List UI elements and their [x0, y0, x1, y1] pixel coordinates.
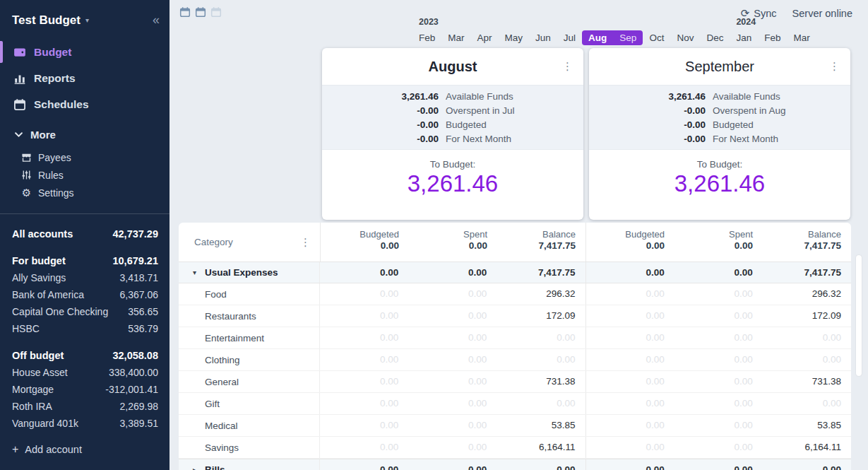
month-tab[interactable]: Nov: [670, 30, 700, 45]
category-name-cell[interactable]: Medical: [179, 415, 320, 436]
account-row[interactable]: Roth IRA 2,269.98: [0, 398, 170, 415]
category-name-cell[interactable]: Gift: [179, 393, 320, 414]
account-row[interactable]: HSBC 536.79: [0, 320, 170, 337]
month-count-button[interactable]: [195, 6, 206, 18]
sidebar-item-payees[interactable]: Payees: [0, 148, 170, 166]
expand-arrow-icon[interactable]: ▾: [193, 269, 196, 276]
budgeted-cell[interactable]: 0.00: [585, 327, 674, 348]
month-tab[interactable]: Mar: [787, 30, 816, 45]
budgeted-cell[interactable]: 0.00: [585, 459, 674, 470]
month-tab[interactable]: Aug: [582, 30, 613, 45]
category-name-cell[interactable]: Restaurants: [179, 305, 320, 327]
account-row[interactable]: Vanguard 401k 3,389.51: [0, 415, 170, 432]
scrollbar-thumb[interactable]: [856, 255, 862, 376]
budget-switcher[interactable]: Test Budget ▾: [12, 13, 89, 28]
budgeted-cell[interactable]: 0.00: [320, 262, 408, 283]
off-budget-row[interactable]: Off budget 32,058.08: [0, 347, 170, 364]
to-budget-amount[interactable]: 3,261.46: [322, 170, 583, 197]
column-header[interactable]: Balance 7,417.75: [497, 223, 585, 262]
month-tab[interactable]: Oct: [643, 30, 670, 45]
category-row[interactable]: Food 0.00 0.00 296.32 0.00 0.00 296.32: [179, 283, 851, 305]
month-tab[interactable]: Jul: [557, 30, 582, 45]
month-tab[interactable]: Mar: [441, 30, 470, 45]
kebab-menu-icon[interactable]: ⋮: [300, 236, 311, 249]
category-column-header[interactable]: Category ⋮: [179, 223, 320, 262]
to-budget-amount[interactable]: 3,261.46: [589, 170, 850, 197]
column-header[interactable]: Spent 0.00: [409, 223, 497, 262]
category-name-cell[interactable]: General: [179, 371, 320, 392]
category-name-cell[interactable]: Entertainment: [179, 327, 320, 348]
sync-button[interactable]: ⟳ Sync: [741, 7, 777, 20]
collapse-sidebar-icon[interactable]: «: [153, 13, 160, 28]
category-name-cell[interactable]: Clothing: [179, 349, 320, 370]
summary-row: -0.00 Overspent in Jul: [322, 103, 583, 117]
sidebar-item-reports[interactable]: Reports: [0, 65, 170, 91]
budgeted-cell[interactable]: 0.00: [320, 305, 408, 327]
sidebar-item-settings[interactable]: ⚙ Settings: [0, 184, 170, 201]
category-row[interactable]: Savings 0.00 0.00 6,164.11 0.00 0.00 6,1…: [179, 437, 851, 459]
month-tab[interactable]: 2024 Jan: [730, 30, 758, 45]
month-tab[interactable]: Apr: [471, 30, 499, 45]
sidebar-item-schedules[interactable]: Schedules: [0, 91, 170, 117]
budgeted-cell[interactable]: 0.00: [585, 393, 674, 414]
balance-cell: 0.00: [763, 349, 851, 370]
category-row[interactable]: Medical 0.00 0.00 53.85 0.00 0.00 53.85: [179, 415, 851, 437]
kebab-menu-icon[interactable]: ⋮: [829, 60, 840, 73]
sidebar-item-more[interactable]: More: [0, 123, 170, 146]
budgeted-cell[interactable]: 0.00: [585, 349, 674, 370]
sidebar-item-budget[interactable]: Budget: [0, 39, 170, 65]
account-name: Ally Savings: [12, 272, 66, 283]
budgeted-cell[interactable]: 0.00: [585, 437, 674, 458]
category-row[interactable]: Entertainment 0.00 0.00 0.00 0.00 0.00 0…: [179, 327, 851, 349]
expand-arrow-icon[interactable]: ▸: [193, 466, 196, 470]
budgeted-cell[interactable]: 0.00: [585, 371, 674, 392]
category-row[interactable]: Gift 0.00 0.00 0.00 0.00 0.00 0.00: [179, 393, 851, 415]
category-name-cell[interactable]: Savings: [179, 437, 320, 458]
budgeted-cell[interactable]: 0.00: [320, 327, 408, 348]
budgeted-cell[interactable]: 0.00: [320, 371, 408, 392]
server-status[interactable]: Server online: [792, 8, 852, 19]
sidebar-item-rules[interactable]: Rules: [0, 166, 170, 184]
category-row[interactable]: Restaurants 0.00 0.00 172.09 0.00 0.00 1…: [179, 305, 851, 327]
spent-cell: 0.00: [674, 283, 763, 305]
month-tab[interactable]: 2023 Feb: [412, 30, 441, 45]
budgeted-cell[interactable]: 0.00: [585, 262, 674, 283]
account-row[interactable]: House Asset 338,400.00: [0, 364, 170, 381]
budgeted-cell[interactable]: 0.00: [320, 415, 408, 436]
column-header[interactable]: Balance 7,417.75: [763, 223, 851, 262]
category-row[interactable]: ▾ Usual Expenses 0.00 0.00 7,417.75 0.00…: [179, 262, 851, 283]
summary-row: 3,261.46 Available Funds: [322, 89, 583, 103]
column-header[interactable]: Budgeted 0.00: [585, 223, 674, 262]
account-row[interactable]: Ally Savings 3,418.71: [0, 269, 170, 286]
month-tab[interactable]: Feb: [758, 30, 787, 45]
budgeted-cell[interactable]: 0.00: [320, 437, 408, 458]
month-tab[interactable]: Dec: [700, 30, 730, 45]
budgeted-cell[interactable]: 0.00: [585, 305, 674, 327]
account-row[interactable]: Capital One Checking 356.65: [0, 303, 170, 320]
month-tab[interactable]: May: [499, 30, 530, 45]
column-header[interactable]: Budgeted 0.00: [321, 223, 409, 262]
category-row[interactable]: Clothing 0.00 0.00 0.00 0.00 0.00 0.00: [179, 349, 851, 371]
budgeted-cell[interactable]: 0.00: [320, 459, 408, 470]
add-account-button[interactable]: + Add account: [0, 443, 170, 456]
column-header[interactable]: Spent 0.00: [674, 223, 763, 262]
budgeted-cell[interactable]: 0.00: [585, 415, 674, 436]
category-row[interactable]: General 0.00 0.00 731.38 0.00 0.00 731.3…: [179, 371, 851, 393]
category-name-cell[interactable]: Food: [179, 283, 320, 305]
budgeted-cell[interactable]: 0.00: [320, 283, 408, 305]
budgeted-cell[interactable]: 0.00: [320, 393, 408, 414]
category-row[interactable]: ▸ Bills 0.00 0.00 0.00 0.00 0.00 0.00: [179, 459, 851, 470]
month-tab[interactable]: Sep: [613, 30, 643, 45]
balance-cell: 172.09: [763, 305, 851, 327]
for-budget-row[interactable]: For budget 10,679.21: [0, 252, 170, 269]
month-count-button[interactable]: [179, 6, 191, 18]
month-tab[interactable]: Jun: [529, 30, 557, 45]
all-accounts-row[interactable]: All accounts 42,737.29: [0, 225, 170, 242]
category-name-cell[interactable]: ▸ Bills: [179, 459, 320, 470]
account-row[interactable]: Bank of America 6,367.06: [0, 286, 170, 303]
budgeted-cell[interactable]: 0.00: [320, 349, 408, 370]
category-name-cell[interactable]: ▾ Usual Expenses: [179, 262, 320, 283]
account-row[interactable]: Mortgage -312,001.41: [0, 381, 170, 398]
budgeted-cell[interactable]: 0.00: [585, 283, 674, 305]
kebab-menu-icon[interactable]: ⋮: [562, 60, 573, 73]
